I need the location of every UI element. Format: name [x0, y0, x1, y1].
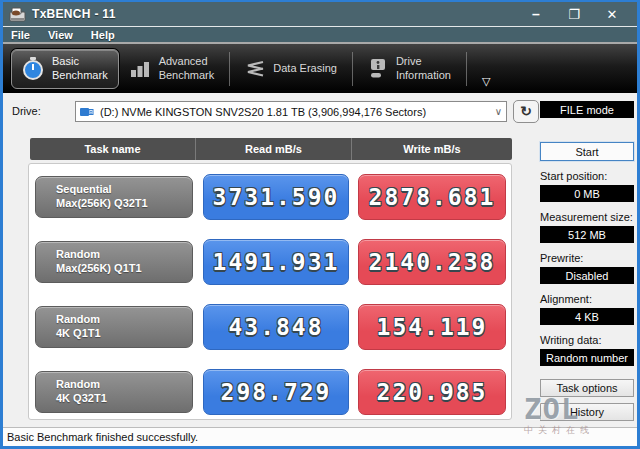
menu-file[interactable]: File — [11, 29, 30, 41]
app-icon — [9, 7, 26, 22]
write-value: 220.985 — [358, 369, 506, 415]
prewrite-label: Prewrite: — [540, 252, 634, 264]
toolbar: Basic Benchmark Advanced Benchmark Data … — [3, 44, 637, 93]
header-read: Read mB/s — [196, 138, 352, 160]
usb-drive-icon — [80, 106, 95, 118]
tab-advanced-benchmark-label: Advanced Benchmark — [159, 55, 215, 81]
alignment-value[interactable]: 4 KB — [540, 308, 634, 325]
drive-label: Drive: — [12, 105, 41, 117]
window-controls: – ❐ ✕ — [529, 2, 631, 27]
minimize-button[interactable]: – — [529, 2, 543, 27]
app-window: TxBENCH - 11 – ❐ ✕ File View Help Basic … — [0, 0, 640, 449]
write-value: 2140.238 — [358, 239, 506, 285]
task-button-random-4k-q32t1[interactable]: Random 4K Q32T1 — [35, 371, 193, 413]
refresh-drives-button[interactable]: ↻ — [513, 100, 539, 123]
table-row: Random Max(256K) Q1T1 1491.931 2140.238 — [29, 238, 511, 286]
task-options-button[interactable]: Task options — [540, 379, 634, 397]
menubar: File View Help — [3, 27, 637, 44]
prewrite-value[interactable]: Disabled — [540, 267, 634, 284]
settings-sidebar: FILE mode Start Start position: 0 MB Mea… — [540, 101, 634, 421]
alignment-label: Alignment: — [540, 293, 634, 305]
results-header: Task name Read mB/s Write mB/s — [30, 138, 512, 160]
task-button-random-4k-q1t1[interactable]: Random 4K Q1T1 — [35, 306, 193, 348]
table-row: Random 4K Q32T1 298.729 220.985 — [29, 368, 511, 416]
tab-basic-benchmark[interactable]: Basic Benchmark — [11, 49, 119, 89]
stopwatch-icon — [22, 57, 44, 81]
window-title: TxBENCH - 11 — [32, 7, 116, 21]
results-panel: Sequential Max(256K) Q32T1 3731.590 2878… — [28, 163, 512, 420]
header-write: Write mB/s — [352, 138, 512, 160]
content-area: Drive: (D:) NVMe KINGSTON SNV2S20 1.81 T… — [3, 93, 637, 427]
titlebar: TxBENCH - 11 – ❐ ✕ — [3, 2, 637, 27]
header-task-name: Task name — [30, 138, 196, 160]
measurement-size-label: Measurement size: — [540, 211, 634, 223]
task-button-random-q1t1[interactable]: Random Max(256K) Q1T1 — [35, 241, 193, 283]
writing-data-label: Writing data: — [540, 334, 634, 346]
drive-select-value: (D:) NVMe KINGSTON SNV2S20 1.81 TB (3,90… — [100, 106, 491, 118]
erase-zigzag-icon — [245, 60, 265, 78]
table-row: Random 4K Q1T1 43.848 154.119 — [29, 303, 511, 351]
history-button[interactable]: History — [540, 403, 634, 421]
bar-chart-icon — [129, 59, 151, 79]
tab-data-erasing-label: Data Erasing — [273, 62, 337, 75]
tab-basic-benchmark-label: Basic Benchmark — [52, 55, 108, 81]
write-value: 154.119 — [358, 304, 506, 350]
tab-advanced-benchmark[interactable]: Advanced Benchmark — [119, 49, 225, 89]
write-value: 2878.681 — [358, 174, 506, 220]
table-row: Sequential Max(256K) Q32T1 3731.590 2878… — [29, 173, 511, 221]
start-position-value[interactable]: 0 MB — [540, 185, 634, 202]
start-button[interactable]: Start — [540, 142, 634, 161]
read-value: 1491.931 — [203, 239, 349, 285]
start-position-label: Start position: — [540, 170, 634, 182]
tab-drive-information[interactable]: Drive Information — [358, 49, 461, 89]
writing-data-value[interactable]: Random number — [540, 349, 634, 366]
toolbar-separator — [229, 52, 230, 86]
menu-view[interactable]: View — [48, 29, 73, 41]
drive-select[interactable]: (D:) NVMe KINGSTON SNV2S20 1.81 TB (3,90… — [75, 101, 507, 122]
drive-info-icon — [368, 58, 388, 80]
maximize-button[interactable]: ❐ — [567, 2, 581, 27]
refresh-icon: ↻ — [520, 103, 532, 119]
file-mode-button[interactable]: FILE mode — [540, 101, 634, 118]
statusbar: Basic Benchmark finished successfully. — [3, 427, 637, 446]
toolbar-overflow-arrow[interactable]: ▽ — [482, 75, 490, 88]
read-value: 43.848 — [203, 304, 349, 350]
task-button-sequential-q32t1[interactable]: Sequential Max(256K) Q32T1 — [35, 176, 193, 218]
toolbar-separator — [352, 52, 353, 86]
status-message: Basic Benchmark finished successfully. — [7, 431, 198, 443]
close-button[interactable]: ✕ — [605, 2, 619, 27]
toolbar-separator — [466, 52, 467, 86]
tab-data-erasing[interactable]: Data Erasing — [235, 49, 347, 89]
menu-help[interactable]: Help — [91, 29, 115, 41]
chevron-down-icon: ∨ — [495, 106, 502, 117]
tab-drive-information-label: Drive Information — [396, 55, 451, 81]
read-value: 3731.590 — [203, 174, 349, 220]
read-value: 298.729 — [203, 369, 349, 415]
measurement-size-value[interactable]: 512 MB — [540, 226, 634, 243]
